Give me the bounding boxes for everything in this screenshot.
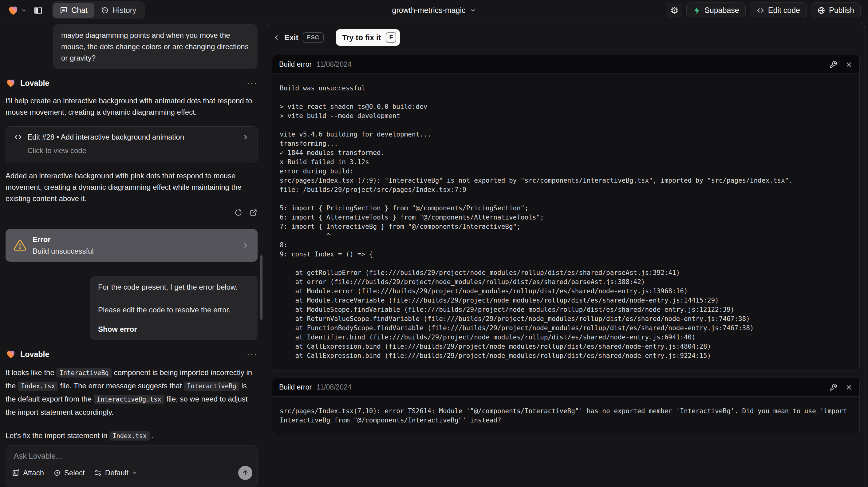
- supabase-label: Supabase: [705, 6, 739, 15]
- open-external-icon[interactable]: [249, 209, 257, 217]
- chat-scrollbar[interactable]: [260, 255, 262, 320]
- chat-composer: Attach Select Default: [5, 445, 257, 484]
- build-error-date: 11/08/2024: [317, 60, 351, 68]
- assistant-header: Lovable ···: [5, 349, 257, 359]
- edit-code-label: Edit code: [768, 6, 800, 15]
- try-to-fix-button[interactable]: Try to fix it F: [336, 29, 400, 46]
- attach-button[interactable]: Attach: [12, 468, 44, 477]
- user-message: maybe diagramming points and when you mo…: [53, 24, 257, 69]
- restore-icon[interactable]: [234, 209, 243, 217]
- mode-label: Default: [105, 468, 128, 477]
- publish-button[interactable]: Publish: [811, 2, 861, 18]
- show-error-link[interactable]: Show error: [98, 324, 250, 335]
- try-to-fix-label: Try to fix it: [342, 33, 381, 42]
- tab-history[interactable]: History: [94, 3, 143, 18]
- error-banner-title: Error: [33, 235, 94, 244]
- assistant-text: Added an interactive background with pin…: [5, 170, 254, 204]
- message-more-button[interactable]: ···: [247, 349, 257, 359]
- tab-chat-label: Chat: [71, 6, 88, 15]
- project-name: growth-metrics-magic: [392, 6, 466, 15]
- chevron-down-icon: [131, 470, 137, 476]
- arrow-up-icon: [242, 469, 249, 477]
- inline-code: InteractiveBg: [56, 368, 112, 377]
- build-error-log: src/pages/Index.tsx(7,10): error TS2614:…: [280, 406, 852, 425]
- assistant-text-content: file. The error message suggests that: [58, 382, 184, 390]
- error-banner[interactable]: Error Build unsuccessful: [5, 229, 257, 262]
- select-button[interactable]: Select: [53, 468, 85, 477]
- history-icon: [101, 6, 109, 14]
- build-error-title: Build error: [279, 60, 312, 68]
- publish-label: Publish: [829, 6, 854, 15]
- assistant-text-content: Added an interactive background with pin…: [5, 172, 242, 203]
- lovable-avatar: [5, 78, 16, 88]
- assistant-name: Lovable: [20, 79, 49, 88]
- target-icon: [53, 469, 61, 477]
- mode-selector[interactable]: Default: [94, 468, 137, 477]
- assistant-text-content: .: [150, 431, 154, 440]
- message-actions: [5, 209, 257, 217]
- assistant-text: It looks like the InteractiveBg componen…: [5, 366, 254, 419]
- chevron-down-icon: [21, 8, 26, 13]
- build-error-panel-2: Build error 11/08/2024 src/pages/Index.t…: [272, 378, 860, 435]
- sliders-icon: [94, 469, 102, 477]
- warning-triangle-icon: [13, 239, 26, 252]
- inline-code: Index.tsx: [110, 431, 150, 440]
- wrench-icon[interactable]: [829, 384, 837, 391]
- assistant-name: Lovable: [20, 350, 49, 359]
- wrench-icon[interactable]: [829, 61, 837, 68]
- build-error-panel-1: Build error 11/08/2024 Build was unsucce…: [272, 55, 860, 370]
- gear-icon: ⚙: [670, 5, 679, 16]
- preview-panel: Exit ESC Try to fix it F Build error 11/…: [267, 23, 865, 487]
- tab-history-label: History: [113, 6, 136, 15]
- select-label: Select: [64, 468, 85, 477]
- edit-code-button[interactable]: Edit code: [750, 2, 807, 18]
- chevron-right-icon: [242, 133, 249, 141]
- close-icon[interactable]: [845, 384, 852, 391]
- assistant-text: Let's fix the import statement in Index.…: [5, 429, 254, 443]
- assistant-text-content: It looks like the: [5, 368, 56, 377]
- lovable-avatar: [5, 349, 16, 359]
- user-message-text: For the code present, I get the error be…: [98, 281, 250, 293]
- project-switcher[interactable]: growth-metrics-magic: [392, 0, 476, 21]
- build-error-log: Build was unsuccessful > vite_react_shad…: [280, 84, 852, 360]
- chat-bubble-icon: [60, 6, 68, 14]
- close-icon[interactable]: [845, 61, 852, 68]
- chevron-down-icon: [470, 7, 476, 13]
- code-brackets-icon: [14, 133, 23, 142]
- exit-label: Exit: [284, 33, 299, 42]
- lovable-heart-icon: [7, 5, 19, 16]
- supabase-button[interactable]: Supabase: [686, 2, 746, 18]
- user-message-text: Please edit the code to resolve the erro…: [98, 304, 250, 315]
- edit-28-subtitle: Click to view code: [27, 146, 249, 155]
- error-banner-subtitle: Build unsuccessful: [33, 247, 94, 255]
- supabase-icon: [693, 6, 701, 14]
- inline-code: Index.tsx: [18, 382, 58, 391]
- chat-history-switcher: Chat History: [52, 1, 145, 19]
- assistant-text: I'll help create an interactive backgrou…: [5, 95, 254, 118]
- attach-label: Attach: [23, 468, 44, 477]
- code-brackets-icon: [756, 6, 765, 14]
- lovable-logo-menu[interactable]: [7, 5, 26, 16]
- f-key-badge: F: [386, 32, 396, 43]
- chat-input[interactable]: [14, 452, 249, 465]
- tab-chat[interactable]: Chat: [53, 3, 94, 18]
- assistant-header: Lovable ···: [5, 78, 257, 88]
- message-more-button[interactable]: ···: [247, 79, 257, 88]
- assistant-text-content: Let's fix the import statement in: [5, 431, 110, 440]
- build-error-title: Build error: [279, 383, 312, 391]
- assistant-text-content: I'll help create an interactive backgrou…: [5, 96, 252, 116]
- top-bar: Chat History growth-metrics-magic ⚙ Supa…: [0, 0, 868, 21]
- sidebar-toggle-button[interactable]: [31, 3, 45, 18]
- edit-28-card[interactable]: Edit #28 • Add interactive background an…: [5, 126, 257, 163]
- chevron-right-icon: [242, 241, 250, 249]
- user-message-text: maybe diagramming points and when you mo…: [61, 31, 249, 62]
- send-button[interactable]: [238, 466, 252, 480]
- inline-code: InteractiveBg: [184, 382, 239, 391]
- globe-icon: [817, 6, 825, 14]
- esc-key-badge: ESC: [303, 32, 324, 43]
- exit-button[interactable]: Exit ESC: [273, 32, 324, 43]
- edit-28-title: Edit #28 • Add interactive background an…: [27, 133, 184, 142]
- chevron-left-icon: [273, 34, 280, 41]
- user-message: For the code present, I get the error be…: [90, 276, 257, 340]
- settings-button[interactable]: ⚙: [667, 3, 682, 18]
